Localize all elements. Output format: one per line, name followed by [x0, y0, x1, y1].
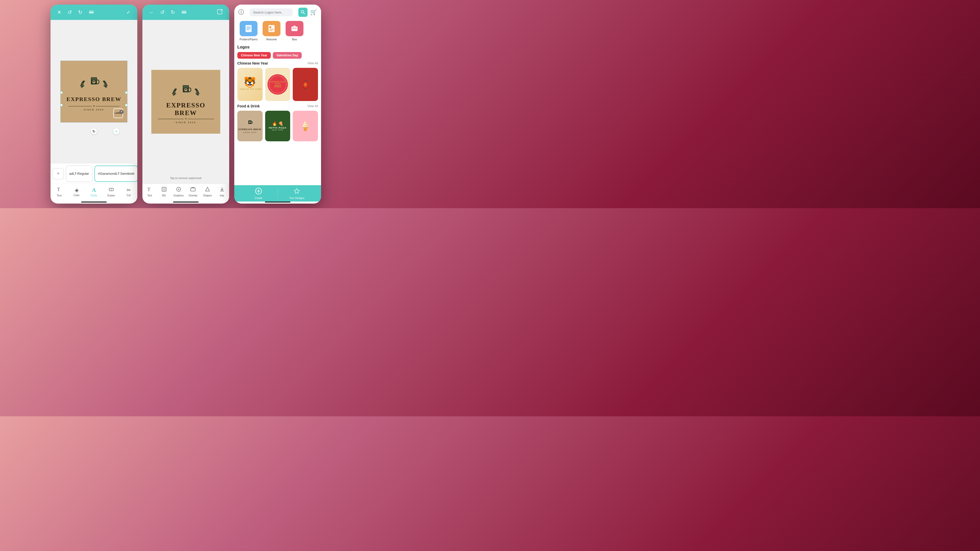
layers-button[interactable]	[87, 7, 96, 17]
svg-point-53	[249, 121, 251, 123]
phone-preview: ← ↺ ↻	[142, 5, 229, 203]
text-icon: T	[56, 186, 62, 193]
info-icon[interactable]: ⓘ	[239, 8, 244, 16]
cut-icon: ✂	[127, 187, 131, 193]
tool-color[interactable]: ◈ Color	[70, 187, 83, 197]
tool-eraser[interactable]: Eraser	[105, 186, 118, 197]
cny-view-all[interactable]: View All	[307, 62, 318, 65]
export-button[interactable]	[215, 7, 224, 17]
cny-circle-year: 2022	[269, 84, 286, 88]
watermark-notice[interactable]: Tap to remove watermark	[170, 176, 202, 179]
coffee-emblem	[79, 72, 109, 93]
watermark-close[interactable]: ✕	[119, 110, 124, 114]
p2-tool-shapes[interactable]: Shapes	[201, 186, 214, 197]
confirm-button[interactable]: ✓	[125, 8, 132, 17]
preview-canvas[interactable]: EXPRESSO BREW ✦ · SINCE 2020 · Tap to re…	[142, 20, 229, 184]
tool-cut[interactable]: ✂ Cut	[122, 187, 135, 197]
svg-rect-18	[182, 11, 186, 12]
undo-button[interactable]: ↺	[66, 8, 73, 17]
resume-label: Resume	[266, 38, 277, 41]
add-handle[interactable]: +	[113, 128, 119, 135]
p2-tool-overlay[interactable]: Overlay	[186, 186, 199, 197]
selection-handle-tr[interactable]	[125, 91, 127, 94]
logo-tiger[interactable]: 🐯 · YEAR OF THE TIGER ·	[237, 68, 262, 101]
logos-section-header: Logos	[237, 45, 318, 49]
food-logos-grid: EXPRESSO BREW · SINCE 2020 · 🔥 🍕 HOTTA P…	[237, 111, 318, 141]
food-coffee-icon	[246, 119, 253, 127]
svg-rect-49	[291, 27, 298, 31]
svg-point-23	[174, 88, 177, 90]
tag-chinese-new-year[interactable]: Chinese New Year	[237, 52, 271, 59]
p2-bg-icon	[161, 186, 167, 193]
tool-text[interactable]: T Text	[53, 186, 65, 197]
font-chip-semibold[interactable]: AGaramondLT-Semibold	[94, 165, 137, 182]
close-button[interactable]: ✕	[56, 8, 63, 17]
app-header: ⓘ 🛒	[234, 5, 321, 19]
p2-tool-import[interactable]: Imp	[216, 186, 228, 197]
p2-redo-button[interactable]: ↻	[169, 8, 177, 17]
resume-icon-box	[262, 21, 280, 36]
svg-point-36	[178, 189, 180, 190]
food-expresso-name: EXPRESSO BREW	[239, 128, 261, 130]
cart-icon[interactable]: 🛒	[310, 9, 317, 16]
add-font-button[interactable]: +	[52, 168, 64, 179]
nav-your-designs[interactable]: Your Designs	[278, 187, 316, 200]
tag-row: Chinese New Year Valentines Day	[237, 52, 318, 59]
p2-brand-name: EXPRESSO BREW	[156, 102, 216, 117]
food-logo-pizza[interactable]: 🔥 🍕 HOTTA PIZZA NEW YORK	[265, 111, 290, 141]
p2-layers-button[interactable]	[180, 7, 188, 17]
rotate-handle[interactable]: ↻	[91, 128, 97, 135]
food-view-all[interactable]: View All	[307, 104, 318, 108]
pizza-name: HOTTA PIZZA	[269, 127, 286, 129]
category-posters[interactable]: Posters/Flyers	[239, 21, 259, 41]
p2-text-icon: T	[147, 186, 152, 193]
bottom-toolbar-phone1: T Text ◈ Color A Fonts Eraser ✂ Cut	[51, 184, 137, 202]
tag-valentines-day[interactable]: Valentines Day	[273, 52, 302, 59]
logo-cny-circle[interactable]: CHINESE NEW YEAR 2022	[265, 68, 290, 101]
p2-tool-graphics[interactable]: Graphics	[172, 186, 185, 197]
p2-bg-label: BG	[162, 194, 166, 197]
pizza-logo: 🔥 🍕 HOTTA PIZZA NEW YORK	[269, 121, 286, 131]
svg-marker-38	[205, 187, 210, 191]
food-expresso-since: · SINCE 2020 ·	[241, 132, 259, 133]
cny-section-header: Chinese New Year View All	[237, 61, 318, 65]
category-resume[interactable]: Resume	[261, 21, 282, 41]
canvas-area[interactable]: EXPRESSO BREW · SINCE 2020 · LOGO ✕	[51, 20, 137, 163]
logo-card[interactable]: EXPRESSO BREW · SINCE 2020 · LOGO ✕	[61, 61, 127, 122]
color-icon: ◈	[75, 187, 79, 193]
p2-tool-text[interactable]: T Text	[143, 186, 156, 197]
color-label: Color	[73, 194, 80, 197]
search-button[interactable]	[298, 8, 307, 17]
search-input[interactable]	[253, 11, 289, 14]
p2-tool-bg[interactable]: BG	[158, 186, 170, 197]
food-logo-expresso[interactable]: EXPRESSO BREW · SINCE 2020 ·	[237, 111, 262, 141]
svg-rect-12	[91, 78, 97, 80]
since-text: · SINCE 2020 ·	[81, 108, 107, 111]
svg-rect-0	[89, 11, 94, 11]
back-button[interactable]: ←	[148, 8, 156, 17]
cny-circle: CHINESE NEW YEAR 2022	[267, 74, 288, 95]
redo-button[interactable]: ↻	[76, 8, 84, 17]
selection-handle-br[interactable]	[125, 104, 127, 106]
food-logo-icecream[interactable]: 🍦	[293, 111, 318, 141]
svg-rect-50	[293, 25, 296, 27]
logo-red-card[interactable]: 🏮	[293, 68, 318, 101]
svg-text:T: T	[57, 187, 60, 192]
preview-logo-card: EXPRESSO BREW ✦ · SINCE 2020 ·	[151, 70, 220, 134]
svg-rect-19	[182, 13, 186, 13]
header-left-icons: ✕ ↺ ↻	[56, 7, 96, 17]
cny-text-block: CHINESE NEW YEAR 2022	[269, 81, 286, 88]
red-card-icon: 🏮	[301, 80, 310, 89]
svg-rect-45	[269, 25, 275, 32]
svg-point-5	[83, 81, 85, 83]
p2-overlay-label: Overlay	[189, 194, 197, 197]
selection-handle-bl[interactable]	[60, 104, 63, 106]
selection-handle-tl[interactable]	[60, 91, 63, 94]
font-chip-regular[interactable]: adLT-Regular	[66, 165, 92, 182]
tool-fonts[interactable]: A Fonts	[88, 187, 100, 197]
nav-create[interactable]: Create	[239, 187, 278, 200]
tiger-emoji: 🐯	[243, 77, 256, 87]
category-business[interactable]: Bus	[284, 21, 305, 41]
watermark-badge[interactable]: LOGO ✕	[113, 108, 123, 118]
p2-undo-button[interactable]: ↺	[159, 8, 166, 17]
